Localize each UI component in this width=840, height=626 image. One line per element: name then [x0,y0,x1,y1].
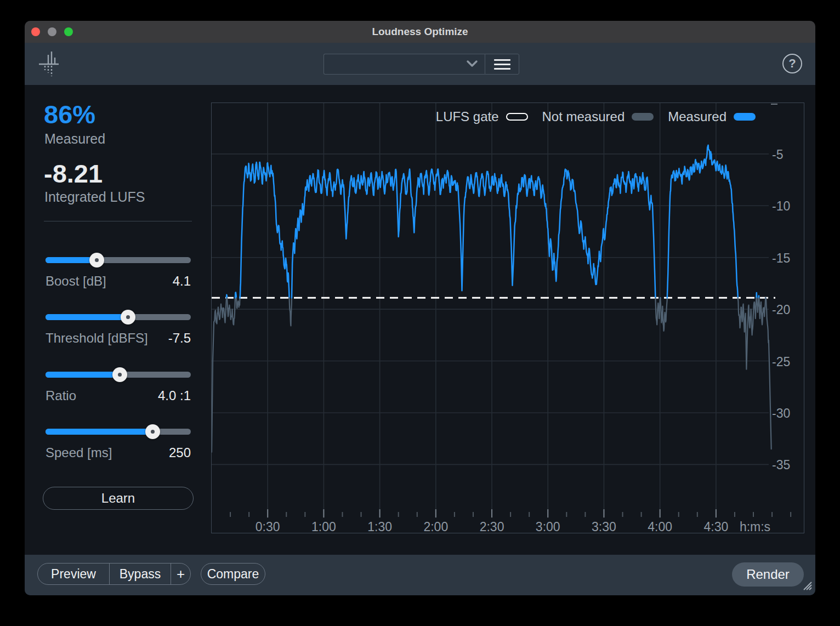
learn-button[interactable]: Learn [43,487,194,510]
titlebar: Loudness Optimize [25,21,815,43]
svg-text:-30: -30 [772,406,790,420]
svg-text:-15: -15 [772,251,790,265]
measured-percent-label: Measured [44,131,105,147]
preset-menu-button[interactable] [485,54,519,75]
toolbar: ? [25,43,815,85]
threshold-label: Threshold [dBFS] [46,331,148,346]
preset-dropdown[interactable] [323,54,485,75]
svg-text:2:00: 2:00 [423,520,448,533]
app-window: Loudness Optimize [25,21,815,595]
svg-text:4:30: 4:30 [703,520,728,533]
resize-grip[interactable] [801,579,813,593]
integrated-lufs-value: -8.21 [44,158,103,189]
transport-button-group: Preview Bypass + [37,563,191,585]
svg-text:3:00: 3:00 [536,520,560,533]
ratio-label: Ratio [46,388,76,403]
legend-not-measured: Not measured [542,109,654,124]
legend-measured: Measured [668,109,756,124]
ratio-value: 4.0 :1 [158,388,191,403]
loudness-chart: 0:301:001:302:002:303:003:304:004:30h:m:… [211,103,804,533]
legend-lufs-gate: LUFS gate [436,109,528,124]
window-title: Loudness Optimize [25,21,815,43]
render-button[interactable]: Render [732,562,804,587]
speed-label: Speed [ms] [46,445,112,460]
boost-slider: Boost [dB] 4.1 [46,253,191,291]
svg-text:3:30: 3:30 [592,520,616,533]
integrated-lufs-label: Integrated LUFS [44,189,145,205]
svg-text:-25: -25 [772,355,790,369]
svg-text:0:30: 0:30 [256,520,280,533]
svg-text:2:30: 2:30 [480,520,504,533]
threshold-slider: Threshold [dBFS] -7.5 [46,310,191,348]
boost-slider-thumb[interactable] [89,253,104,268]
not-measured-swatch [632,113,654,121]
stats-divider [44,221,192,221]
boost-slider-track[interactable] [46,257,191,263]
svg-text:-5: -5 [772,147,783,162]
hamburger-icon [494,56,510,72]
threshold-slider-thumb[interactable] [121,310,135,325]
loudness-chart-plot: 0:301:001:302:002:303:003:304:004:30h:m:… [212,103,804,533]
ratio-slider-thumb[interactable] [112,367,127,382]
svg-text:4:00: 4:00 [648,520,672,533]
compare-button[interactable]: Compare [201,563,265,585]
app-logo-icon [37,50,61,79]
help-glyph: ? [788,56,796,70]
measured-swatch [734,113,756,121]
speed-slider: Speed [ms] 250 [46,424,191,463]
plus-button[interactable]: + [171,564,190,584]
threshold-value: -7.5 [168,331,191,346]
preset-controls [323,54,519,75]
measured-percent-value: 86% [44,99,95,129]
main-content: 86% Measured -8.21 Integrated LUFS Boost… [25,85,815,555]
ratio-slider: Ratio 4.0 :1 [46,367,191,406]
preview-button[interactable]: Preview [38,564,109,584]
chevron-down-icon [466,60,478,70]
chart-legend: LUFS gate Not measured Measured [436,109,756,124]
speed-value: 250 [169,445,191,460]
bypass-button[interactable]: Bypass [109,564,171,584]
svg-text:-35: -35 [772,458,790,472]
svg-text:1:00: 1:00 [311,520,336,533]
boost-label: Boost [dB] [46,274,106,289]
help-button[interactable]: ? [782,54,802,73]
svg-text:1:30: 1:30 [367,520,392,533]
svg-text:-20: -20 [772,303,790,317]
footer-bar: Preview Bypass + Compare Render [25,555,815,595]
boost-value: 4.1 [173,274,191,289]
lufs-gate-swatch [506,113,528,121]
svg-text:-10: -10 [772,199,790,213]
speed-slider-track[interactable] [46,429,191,435]
speed-slider-thumb[interactable] [145,424,160,439]
threshold-slider-track[interactable] [46,314,191,320]
svg-text:h:m:s: h:m:s [740,520,770,533]
